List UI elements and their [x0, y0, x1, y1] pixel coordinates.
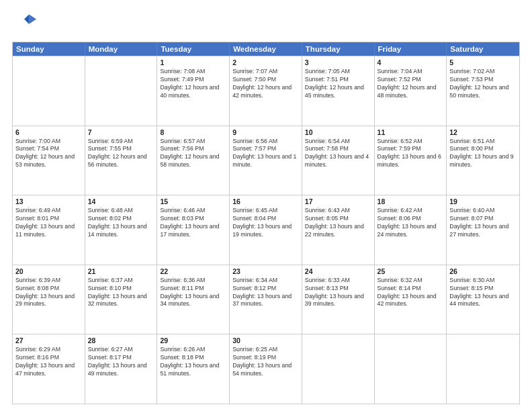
cell-day-number: 28: [88, 336, 154, 345]
cell-day-number: 2: [232, 58, 299, 66]
calendar-cell: 21Sunrise: 6:37 AM Sunset: 8:10 PM Dayli…: [85, 265, 158, 334]
cell-info-text: Sunrise: 6:26 AM Sunset: 8:18 PM Dayligh…: [160, 346, 226, 378]
cell-day-number: 17: [305, 197, 371, 205]
day-header-tuesday: Tuesday: [157, 42, 230, 56]
cell-day-number: 12: [449, 128, 517, 136]
cell-day-number: 14: [88, 197, 154, 205]
calendar-cell: 23Sunrise: 6:34 AM Sunset: 8:12 PM Dayli…: [230, 265, 302, 334]
page: SundayMondayTuesdayWednesdayThursdayFrid…: [0, 0, 532, 411]
calendar-cell: 29Sunrise: 6:26 AM Sunset: 8:18 PM Dayli…: [157, 334, 230, 404]
calendar-cell: 30Sunrise: 6:25 AM Sunset: 8:19 PM Dayli…: [230, 334, 302, 404]
svg-marker-0: [29, 14, 36, 24]
cell-day-number: 27: [15, 336, 82, 345]
calendar-cell: 15Sunrise: 6:46 AM Sunset: 8:03 PM Dayli…: [157, 195, 230, 265]
cell-day-number: 4: [378, 58, 444, 66]
calendar-body: 1Sunrise: 7:08 AM Sunset: 7:49 PM Daylig…: [13, 56, 519, 404]
cell-day-number: 6: [15, 128, 82, 136]
calendar-cell: 5Sunrise: 7:02 AM Sunset: 7:53 PM Daylig…: [447, 56, 519, 126]
day-header-thursday: Thursday: [302, 42, 375, 56]
cell-info-text: Sunrise: 7:08 AM Sunset: 7:49 PM Dayligh…: [160, 68, 226, 100]
cell-day-number: 24: [305, 267, 371, 275]
cell-day-number: 3: [305, 58, 371, 66]
cell-info-text: Sunrise: 6:33 AM Sunset: 8:13 PM Dayligh…: [305, 277, 371, 309]
calendar-cell: [85, 56, 158, 126]
cell-day-number: 25: [378, 267, 444, 275]
cell-day-number: 23: [232, 267, 299, 275]
calendar-cell: 14Sunrise: 6:48 AM Sunset: 8:02 PM Dayli…: [85, 195, 158, 265]
cell-info-text: Sunrise: 6:43 AM Sunset: 8:05 PM Dayligh…: [305, 207, 371, 239]
calendar-cell: 19Sunrise: 6:40 AM Sunset: 8:07 PM Dayli…: [447, 195, 519, 265]
cell-day-number: 20: [15, 267, 82, 275]
calendar-week-5: 27Sunrise: 6:29 AM Sunset: 8:16 PM Dayli…: [13, 334, 519, 404]
cell-info-text: Sunrise: 6:52 AM Sunset: 7:59 PM Dayligh…: [378, 138, 444, 170]
calendar-cell: 27Sunrise: 6:29 AM Sunset: 8:16 PM Dayli…: [13, 334, 85, 404]
calendar-cell: 22Sunrise: 6:36 AM Sunset: 8:11 PM Dayli…: [157, 265, 230, 334]
cell-info-text: Sunrise: 6:54 AM Sunset: 7:58 PM Dayligh…: [305, 138, 371, 170]
cell-info-text: Sunrise: 7:02 AM Sunset: 7:53 PM Dayligh…: [449, 68, 517, 100]
calendar-cell: 16Sunrise: 6:45 AM Sunset: 8:04 PM Dayli…: [230, 195, 302, 265]
calendar-cell: 25Sunrise: 6:32 AM Sunset: 8:14 PM Dayli…: [375, 265, 447, 334]
cell-info-text: Sunrise: 6:27 AM Sunset: 8:17 PM Dayligh…: [88, 346, 154, 378]
calendar-cell: [302, 334, 375, 404]
calendar-cell: 20Sunrise: 6:39 AM Sunset: 8:08 PM Dayli…: [13, 265, 85, 334]
cell-day-number: 26: [449, 267, 517, 275]
cell-day-number: 22: [160, 267, 226, 275]
calendar-week-4: 20Sunrise: 6:39 AM Sunset: 8:08 PM Dayli…: [13, 265, 519, 334]
day-header-monday: Monday: [85, 42, 158, 56]
svg-marker-1: [24, 14, 29, 24]
calendar-cell: [13, 56, 85, 126]
calendar: SundayMondayTuesdayWednesdayThursdayFrid…: [12, 42, 520, 404]
cell-day-number: 29: [160, 336, 226, 345]
day-header-saturday: Saturday: [447, 42, 519, 56]
cell-info-text: Sunrise: 6:30 AM Sunset: 8:15 PM Dayligh…: [449, 277, 517, 309]
calendar-week-1: 1Sunrise: 7:08 AM Sunset: 7:49 PM Daylig…: [13, 56, 519, 126]
cell-info-text: Sunrise: 6:48 AM Sunset: 8:02 PM Dayligh…: [88, 207, 154, 239]
logo-icon: [12, 11, 36, 35]
day-header-wednesday: Wednesday: [230, 42, 302, 56]
cell-day-number: 7: [88, 128, 154, 136]
calendar-cell: 10Sunrise: 6:54 AM Sunset: 7:58 PM Dayli…: [302, 126, 375, 195]
cell-info-text: Sunrise: 6:37 AM Sunset: 8:10 PM Dayligh…: [88, 277, 154, 309]
calendar-header-row: SundayMondayTuesdayWednesdayThursdayFrid…: [13, 42, 519, 56]
calendar-cell: 7Sunrise: 6:59 AM Sunset: 7:55 PM Daylig…: [85, 126, 158, 195]
calendar-cell: [375, 334, 447, 404]
cell-day-number: 9: [232, 128, 299, 136]
cell-day-number: 30: [232, 336, 299, 345]
cell-day-number: 10: [305, 128, 371, 136]
cell-info-text: Sunrise: 6:29 AM Sunset: 8:16 PM Dayligh…: [15, 346, 82, 378]
cell-info-text: Sunrise: 6:49 AM Sunset: 8:01 PM Dayligh…: [15, 207, 82, 239]
cell-info-text: Sunrise: 7:05 AM Sunset: 7:51 PM Dayligh…: [305, 68, 371, 100]
cell-info-text: Sunrise: 6:45 AM Sunset: 8:04 PM Dayligh…: [232, 207, 299, 239]
calendar-cell: 17Sunrise: 6:43 AM Sunset: 8:05 PM Dayli…: [302, 195, 375, 265]
calendar-cell: 26Sunrise: 6:30 AM Sunset: 8:15 PM Dayli…: [447, 265, 519, 334]
calendar-cell: 13Sunrise: 6:49 AM Sunset: 8:01 PM Dayli…: [13, 195, 85, 265]
calendar-cell: 9Sunrise: 6:56 AM Sunset: 7:57 PM Daylig…: [230, 126, 302, 195]
cell-info-text: Sunrise: 6:46 AM Sunset: 8:03 PM Dayligh…: [160, 207, 226, 239]
calendar-cell: 12Sunrise: 6:51 AM Sunset: 8:00 PM Dayli…: [447, 126, 519, 195]
cell-day-number: 19: [449, 197, 517, 205]
cell-info-text: Sunrise: 6:57 AM Sunset: 7:56 PM Dayligh…: [160, 138, 226, 170]
calendar-cell: 2Sunrise: 7:07 AM Sunset: 7:50 PM Daylig…: [230, 56, 302, 126]
calendar-cell: 6Sunrise: 7:00 AM Sunset: 7:54 PM Daylig…: [13, 126, 85, 195]
cell-info-text: Sunrise: 6:40 AM Sunset: 8:07 PM Dayligh…: [449, 207, 517, 239]
cell-day-number: 11: [378, 128, 444, 136]
calendar-cell: 8Sunrise: 6:57 AM Sunset: 7:56 PM Daylig…: [157, 126, 230, 195]
cell-info-text: Sunrise: 6:42 AM Sunset: 8:06 PM Dayligh…: [378, 207, 444, 239]
cell-day-number: 13: [15, 197, 82, 205]
cell-day-number: 5: [449, 58, 517, 66]
calendar-cell: 24Sunrise: 6:33 AM Sunset: 8:13 PM Dayli…: [302, 265, 375, 334]
cell-info-text: Sunrise: 6:56 AM Sunset: 7:57 PM Dayligh…: [232, 138, 299, 170]
cell-info-text: Sunrise: 6:39 AM Sunset: 8:08 PM Dayligh…: [15, 277, 82, 309]
cell-day-number: 15: [160, 197, 226, 205]
logo: [12, 11, 36, 35]
cell-day-number: 21: [88, 267, 154, 275]
cell-info-text: Sunrise: 6:32 AM Sunset: 8:14 PM Dayligh…: [378, 277, 444, 309]
day-header-friday: Friday: [375, 42, 447, 56]
calendar-week-2: 6Sunrise: 7:00 AM Sunset: 7:54 PM Daylig…: [13, 126, 519, 195]
cell-day-number: 18: [378, 197, 444, 205]
calendar-week-3: 13Sunrise: 6:49 AM Sunset: 8:01 PM Dayli…: [13, 195, 519, 265]
calendar-cell: 28Sunrise: 6:27 AM Sunset: 8:17 PM Dayli…: [85, 334, 158, 404]
calendar-cell: 3Sunrise: 7:05 AM Sunset: 7:51 PM Daylig…: [302, 56, 375, 126]
day-header-sunday: Sunday: [13, 42, 85, 56]
cell-info-text: Sunrise: 7:00 AM Sunset: 7:54 PM Dayligh…: [15, 138, 82, 170]
